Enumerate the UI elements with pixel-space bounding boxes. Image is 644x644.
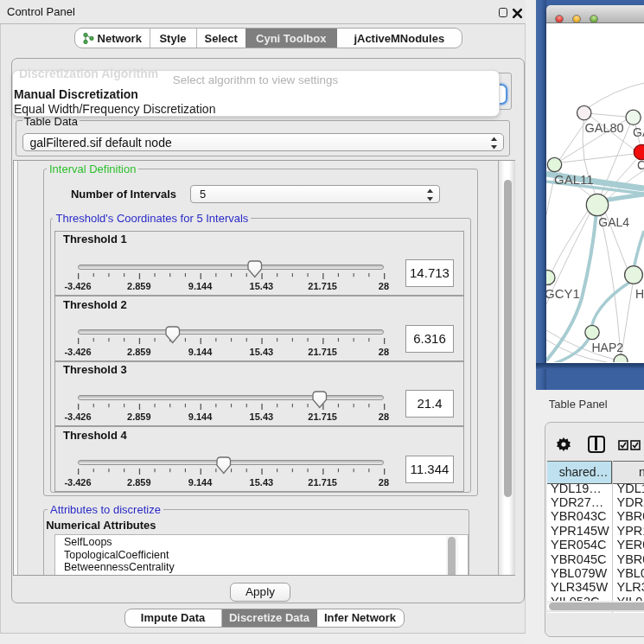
svg-text:GA: GA xyxy=(633,125,644,139)
svg-text:GCY1: GCY1 xyxy=(546,286,580,301)
svg-text:HI: HI xyxy=(635,287,644,301)
svg-text:HAP2: HAP2 xyxy=(592,341,624,354)
svg-text:GAL80: GAL80 xyxy=(585,121,624,135)
svg-text:C: C xyxy=(637,158,644,172)
svg-text:GAL11: GAL11 xyxy=(554,172,594,187)
svg-text:GAL4: GAL4 xyxy=(598,215,629,229)
